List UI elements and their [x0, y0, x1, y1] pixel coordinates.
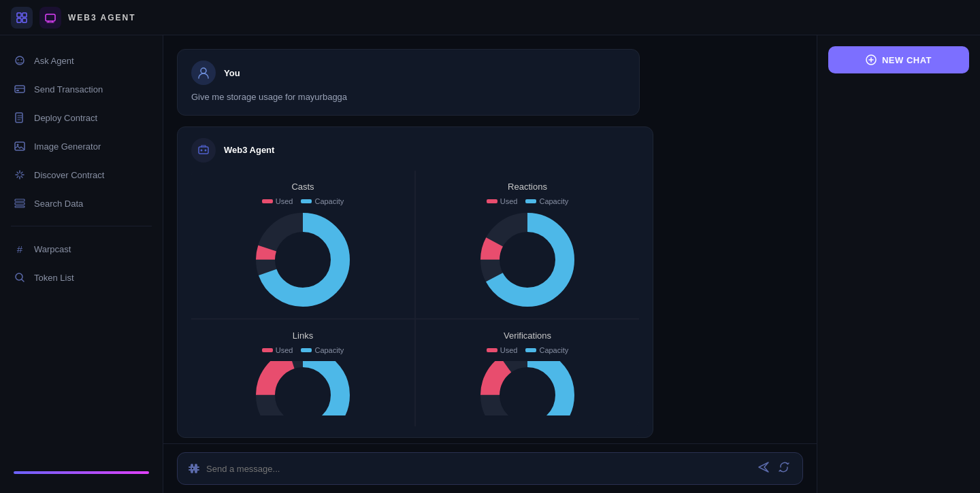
legend-reactions-dot-used — [487, 199, 497, 203]
sidebar-item-ask-agent[interactable]: Ask Agent — [0, 46, 163, 75]
sidebar-item-image-generator[interactable]: Image Generator — [0, 132, 163, 160]
legend-capacity-label: Capacity — [314, 197, 344, 205]
legend-verifications-capacity: Capacity — [525, 346, 568, 354]
token-list-icon — [14, 271, 26, 284]
sidebar-label-search-data: Search Data — [34, 199, 83, 209]
chart-links-legend: Used Capacity — [262, 346, 344, 354]
user-avatar — [191, 61, 216, 85]
svg-rect-4 — [46, 14, 55, 21]
legend-links-used: Used — [262, 346, 293, 354]
svg-rect-8 — [15, 86, 24, 92]
refresh-button[interactable] — [777, 460, 791, 477]
sidebar-progress-bar — [14, 471, 149, 474]
deploy-contract-icon — [14, 112, 26, 124]
logo: WEB3 AGENT — [11, 7, 136, 29]
svg-rect-13 — [15, 199, 24, 201]
sidebar-bottom — [0, 458, 163, 482]
new-chat-button[interactable]: NEW CHAT — [828, 46, 969, 73]
search-data-icon — [14, 197, 26, 209]
chart-verifications-title: Verifications — [427, 330, 628, 341]
sidebar-label-image-generator: Image Generator — [34, 141, 101, 152]
agent-message: Web3 Agent Casts Used — [177, 126, 653, 438]
right-panel: NEW CHAT — [817, 35, 980, 493]
sidebar-item-search-data[interactable]: Search Data — [0, 189, 163, 218]
legend-reactions-capacity-label: Capacity — [539, 197, 568, 205]
discover-contract-icon — [14, 169, 26, 181]
svg-rect-15 — [15, 206, 24, 207]
svg-point-20 — [205, 149, 207, 151]
sidebar-item-token-list[interactable]: Token List — [0, 263, 163, 292]
legend-reactions-dot-capacity — [525, 199, 536, 203]
svg-rect-1 — [22, 13, 27, 17]
chart-casts: Casts Used Capacity — [191, 171, 414, 318]
cmd-icon — [189, 462, 199, 475]
sidebar-label-ask-agent: Ask Agent — [34, 56, 74, 66]
sidebar-label-send-transaction: Send Transaction — [34, 84, 103, 95]
sidebar-item-discover-contract[interactable]: Discover Contract — [0, 160, 163, 189]
sidebar: Ask Agent Send Transaction Deploy Contra… — [0, 35, 163, 493]
agent-sender-name: Web3 Agent — [224, 145, 274, 155]
message-input[interactable] — [206, 464, 749, 474]
ask-agent-icon — [14, 54, 26, 67]
chat-area: You Give me storage usage for mayurbagga — [163, 35, 817, 443]
chart-links-title: Links — [202, 330, 404, 341]
legend-verifications-used-label: Used — [500, 346, 518, 354]
sidebar-label-token-list: Token List — [34, 273, 74, 283]
svg-rect-0 — [17, 13, 21, 17]
svg-point-12 — [17, 144, 19, 146]
donut-casts — [255, 212, 350, 307]
legend-used: Used — [262, 197, 293, 205]
svg-point-28 — [500, 233, 555, 287]
svg-point-19 — [201, 149, 203, 151]
svg-point-6 — [18, 59, 19, 61]
user-message-header: You — [191, 61, 625, 85]
legend-reactions-used-label: Used — [500, 197, 518, 205]
new-chat-label: NEW CHAT — [882, 55, 932, 65]
chart-links: Links Used Capacity — [191, 320, 414, 426]
sidebar-divider — [11, 226, 152, 226]
app-icon — [11, 7, 33, 29]
sidebar-item-warpcast[interactable]: # Warpcast — [0, 235, 163, 263]
legend-links-capacity-label: Capacity — [314, 346, 344, 354]
legend-verifications-used: Used — [487, 346, 518, 354]
chart-reactions-title: Reactions — [427, 182, 628, 192]
chart-reactions: Reactions Used Capacity — [416, 171, 639, 318]
sidebar-item-send-transaction[interactable]: Send Transaction — [0, 75, 163, 103]
donut-links — [255, 361, 350, 415]
svg-point-7 — [21, 59, 22, 61]
legend-links-capacity: Capacity — [301, 346, 344, 354]
svg-rect-3 — [22, 18, 27, 22]
legend-dot-capacity — [301, 199, 312, 203]
sidebar-item-deploy-contract[interactable]: Deploy Contract — [0, 103, 163, 132]
send-button[interactable] — [756, 460, 771, 477]
warpcast-icon: # — [14, 243, 26, 255]
legend-links-used-label: Used — [276, 346, 293, 354]
svg-rect-9 — [16, 90, 19, 91]
send-transaction-icon — [14, 83, 26, 95]
image-generator-icon — [14, 140, 26, 152]
sidebar-label-deploy-contract: Deploy Contract — [34, 113, 97, 123]
svg-rect-2 — [17, 18, 21, 22]
legend-links-dot-capacity — [301, 348, 312, 352]
donut-verifications — [480, 361, 575, 415]
legend-links-dot-used — [262, 348, 273, 352]
user-message: You Give me storage usage for mayurbagga — [177, 49, 640, 116]
chart-reactions-legend: Used Capacity — [487, 197, 568, 205]
donut-reactions — [480, 212, 575, 307]
legend-used-label: Used — [276, 197, 293, 205]
svg-point-17 — [201, 68, 206, 73]
brand-icon — [39, 7, 61, 29]
legend-reactions-capacity: Capacity — [525, 197, 568, 205]
legend-dot-used — [262, 199, 273, 203]
svg-point-24 — [276, 233, 330, 287]
charts-grid: Casts Used Capacity — [191, 171, 639, 426]
user-message-text: Give me storage usage for mayurbagga — [191, 90, 625, 104]
legend-verifications-dot-used — [487, 348, 497, 352]
input-area — [163, 443, 817, 493]
chart-casts-title: Casts — [202, 182, 404, 192]
topbar: WEB3 AGENT — [0, 0, 980, 35]
main-layout: Ask Agent Send Transaction Deploy Contra… — [0, 35, 980, 493]
agent-avatar — [191, 138, 216, 163]
legend-verifications-capacity-label: Capacity — [539, 346, 568, 354]
svg-rect-11 — [15, 142, 24, 150]
